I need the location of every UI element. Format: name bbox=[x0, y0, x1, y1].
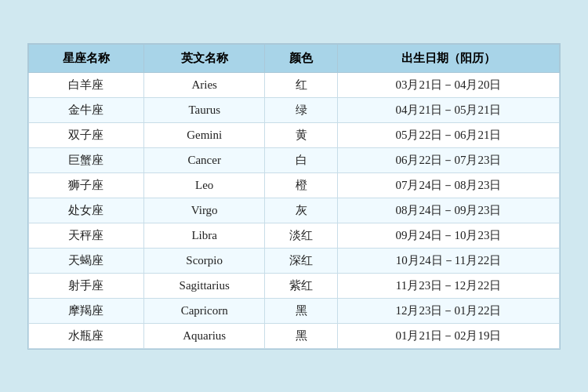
table-row: 白羊座Aries红03月21日－04月20日 bbox=[29, 72, 560, 97]
table-cell-0-1: Aries bbox=[143, 72, 265, 97]
table-cell-1-3: 04月21日－05月21日 bbox=[337, 97, 559, 122]
table-cell-3-3: 06月22日－07月23日 bbox=[337, 147, 559, 172]
table-cell-10-2: 黑 bbox=[265, 323, 338, 348]
table-row: 射手座Sagittarius紫红11月23日－12月22日 bbox=[29, 273, 560, 298]
table-cell-8-0: 射手座 bbox=[29, 273, 144, 298]
table-cell-6-1: Libra bbox=[143, 223, 265, 248]
table-cell-4-3: 07月24日－08月23日 bbox=[337, 172, 559, 198]
table-cell-9-2: 黑 bbox=[265, 298, 338, 323]
table-cell-4-2: 橙 bbox=[265, 172, 338, 198]
table-cell-7-3: 10月24日－11月22日 bbox=[337, 248, 559, 273]
table-cell-0-0: 白羊座 bbox=[29, 72, 144, 97]
table-row: 天蝎座Scorpio深红10月24日－11月22日 bbox=[29, 248, 560, 273]
table-row: 金牛座Taurus绿04月21日－05月21日 bbox=[29, 97, 560, 122]
table-cell-9-0: 摩羯座 bbox=[29, 298, 144, 323]
table-cell-10-1: Aquarius bbox=[143, 323, 265, 348]
table-cell-5-2: 灰 bbox=[265, 198, 338, 223]
table-cell-9-1: Capricorn bbox=[143, 298, 265, 323]
table-cell-6-0: 天秤座 bbox=[29, 223, 144, 248]
table-cell-7-0: 天蝎座 bbox=[29, 248, 144, 273]
table-header-0: 星座名称 bbox=[29, 44, 144, 72]
table-cell-3-2: 白 bbox=[265, 147, 338, 172]
zodiac-table-container: 星座名称英文名称颜色出生日期（阳历） 白羊座Aries红03月21日－04月20… bbox=[27, 43, 561, 350]
table-header-row: 星座名称英文名称颜色出生日期（阳历） bbox=[29, 44, 560, 72]
table-cell-0-2: 红 bbox=[265, 72, 338, 97]
table-cell-10-3: 01月21日－02月19日 bbox=[337, 323, 559, 348]
table-cell-6-2: 淡红 bbox=[265, 223, 338, 248]
table-cell-7-1: Scorpio bbox=[143, 248, 265, 273]
table-cell-5-3: 08月24日－09月23日 bbox=[337, 198, 559, 223]
table-header-2: 颜色 bbox=[265, 44, 338, 72]
table-cell-8-2: 紫红 bbox=[265, 273, 338, 298]
table-row: 处女座Virgo灰08月24日－09月23日 bbox=[29, 198, 560, 223]
table-header-1: 英文名称 bbox=[143, 44, 265, 72]
table-cell-2-0: 双子座 bbox=[29, 122, 144, 147]
table-cell-2-2: 黄 bbox=[265, 122, 338, 147]
table-cell-6-3: 09月24日－10月23日 bbox=[337, 223, 559, 248]
table-row: 摩羯座Capricorn黑12月23日－01月22日 bbox=[29, 298, 560, 323]
table-cell-9-3: 12月23日－01月22日 bbox=[337, 298, 559, 323]
table-cell-3-0: 巨蟹座 bbox=[29, 147, 144, 172]
table-row: 狮子座Leo橙07月24日－08月23日 bbox=[29, 172, 560, 198]
table-cell-4-0: 狮子座 bbox=[29, 172, 144, 198]
table-cell-2-3: 05月22日－06月21日 bbox=[337, 122, 559, 147]
table-cell-4-1: Leo bbox=[143, 172, 265, 198]
table-cell-2-1: Gemini bbox=[143, 122, 265, 147]
table-cell-10-0: 水瓶座 bbox=[29, 323, 144, 348]
table-row: 双子座Gemini黄05月22日－06月21日 bbox=[29, 122, 560, 147]
table-cell-1-0: 金牛座 bbox=[29, 97, 144, 122]
table-cell-8-1: Sagittarius bbox=[143, 273, 265, 298]
table-cell-8-3: 11月23日－12月22日 bbox=[337, 273, 559, 298]
table-cell-5-1: Virgo bbox=[143, 198, 265, 223]
table-body: 白羊座Aries红03月21日－04月20日金牛座Taurus绿04月21日－0… bbox=[29, 72, 560, 348]
table-cell-1-2: 绿 bbox=[265, 97, 338, 122]
table-cell-7-2: 深红 bbox=[265, 248, 338, 273]
zodiac-table: 星座名称英文名称颜色出生日期（阳历） 白羊座Aries红03月21日－04月20… bbox=[28, 44, 560, 349]
table-cell-1-1: Taurus bbox=[143, 97, 265, 122]
table-cell-0-3: 03月21日－04月20日 bbox=[337, 72, 559, 97]
table-row: 天秤座Libra淡红09月24日－10月23日 bbox=[29, 223, 560, 248]
table-cell-5-0: 处女座 bbox=[29, 198, 144, 223]
table-header-3: 出生日期（阳历） bbox=[337, 44, 559, 72]
table-cell-3-1: Cancer bbox=[143, 147, 265, 172]
table-row: 巨蟹座Cancer白06月22日－07月23日 bbox=[29, 147, 560, 172]
table-row: 水瓶座Aquarius黑01月21日－02月19日 bbox=[29, 323, 560, 348]
